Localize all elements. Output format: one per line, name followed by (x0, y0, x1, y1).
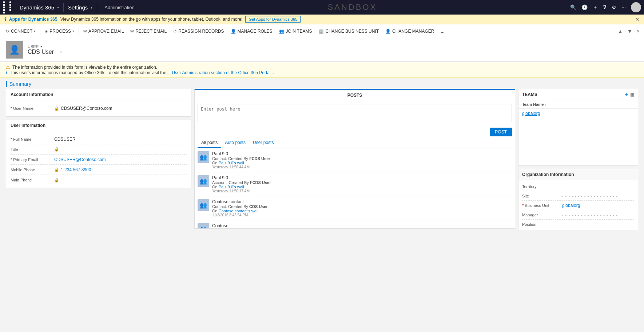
post-avatar-4: 👥 (198, 223, 209, 228)
mobile-phone-value[interactable]: 1 234 567 8900 (61, 167, 187, 172)
manage-roles-button[interactable]: 👤 MANAGE ROLES (228, 27, 275, 35)
change-bu-button[interactable]: 🏢 CHANGE BUSINESS UNIT (315, 27, 382, 35)
section-label: Administration (104, 5, 134, 10)
post-wall-link-2[interactable]: Paul 9.0's wall (219, 185, 244, 189)
main-content: Account Information * User Name 🔒 CDSUSE… (0, 89, 644, 332)
cmd-sep1 (40, 28, 40, 35)
teams-sort-button[interactable]: Team Name ↑ (522, 102, 547, 107)
fullname-field-row: * Full Name CDSUSER (11, 134, 187, 144)
tab-auto-posts[interactable]: Auto posts (221, 138, 249, 148)
post-text-1: Contact: Created By FCDS User (212, 156, 512, 161)
post-avatar-icon-4: 👥 (200, 226, 207, 229)
warn-icon: ⚠ (6, 64, 10, 70)
change-manager-button[interactable]: 👤 CHANGE MANAGER (382, 27, 437, 35)
account-info-header: Account Information (6, 89, 191, 100)
cmd-sep2 (79, 28, 79, 35)
record-entity: USER ▾ (28, 44, 62, 49)
avatar-person-icon: 👤 (9, 45, 20, 55)
teams-col-header: Team Name ↑ (518, 100, 638, 109)
teams-sort-icon: ↑ (545, 102, 547, 107)
left-column: Account Information * User Name 🔒 CDSUSE… (6, 89, 191, 332)
primary-email-value[interactable]: CDSUSER@Contoso.com (54, 157, 187, 162)
user-avatar[interactable] (631, 2, 641, 12)
search-icon[interactable]: 🔍 (570, 4, 576, 10)
scroll-down-icon[interactable]: ▼ (626, 27, 634, 36)
post-author-3: Contoso contact (212, 199, 512, 204)
fullname-value[interactable]: CDSUSER (54, 137, 187, 142)
info-bar: ℹ Apps for Dynamics 365 View Dynamics 36… (0, 15, 644, 24)
join-teams-label: JOIN TEAMS (286, 29, 312, 34)
scroll-up-icon[interactable]: ▲ (616, 27, 624, 36)
post-avatar-icon-1: 👥 (200, 154, 207, 161)
post-button[interactable]: POST (490, 128, 512, 136)
more-icon[interactable]: ··· (621, 4, 626, 10)
summary-title[interactable]: Summary (9, 81, 31, 87)
fullname-label: * Full Name (11, 137, 54, 141)
tab-user-posts[interactable]: User posts (249, 138, 277, 148)
add-icon[interactable]: ＋ (593, 4, 598, 11)
post-item-2: 👥 Paul 9.0 Account: Created By FCDS User… (195, 172, 515, 196)
position-field-row: Position - - - - - - - - - - - - - - - -… (522, 220, 634, 229)
manage-roles-icon: 👤 (231, 29, 236, 34)
filter-icon[interactable]: ⊽ (603, 4, 607, 10)
teams-title: TEAMS (522, 92, 625, 97)
post-wall-1: On Paul 9.0's wall (212, 161, 512, 165)
business-unit-field-row: * Business Unit globalorg (522, 201, 634, 210)
posts-actions: POST (195, 126, 515, 138)
connect-icon: ⟳ (6, 29, 9, 34)
manager-value: - - - - - - - - - - - - - - - - - - (562, 213, 634, 217)
approve-email-button[interactable]: ✉ APPROVE EMAIL (80, 27, 127, 35)
change-bu-label: CHANGE BUSINESS UNIT (325, 29, 379, 34)
mobile-lock-icon: 🔒 (54, 167, 59, 172)
summary-indicator (6, 81, 7, 87)
posts-header: POSTS (195, 90, 515, 101)
post-wall-link-1[interactable]: Paul 9.0's wall (219, 161, 244, 165)
close-infobar-icon[interactable]: ✕ (635, 16, 640, 22)
top-navigation: Dynamics 365 ▾ Settings ▾ Administration… (0, 0, 644, 15)
org-info-card: Organization Information Territory - - -… (518, 169, 638, 231)
record-avatar: 👤 (6, 41, 23, 59)
post-text-3: Contact: Created By CDS User (212, 204, 512, 209)
teams-globalorg-link[interactable]: globalorg (518, 109, 638, 118)
primary-email-field-row: * Primary Email CDSUSER@Contoso.com (11, 155, 187, 165)
manage-roles-label: MANAGE ROLES (238, 29, 273, 34)
account-info-card: Account Information * User Name 🔒 CDSUSE… (6, 89, 191, 117)
record-title-area: USER ▾ CDS User ≡ (28, 44, 62, 55)
gear-icon[interactable]: ⚙ (612, 4, 616, 10)
app-name-chevron[interactable]: ▾ (57, 5, 59, 9)
position-label: Position (522, 222, 562, 227)
collapse-form-icon[interactable]: × (635, 27, 641, 36)
teams-add-icon[interactable]: + (625, 91, 628, 98)
join-teams-button[interactable]: 👥 JOIN TEAMS (276, 27, 315, 35)
post-author-1: Paul 9.0 (212, 151, 512, 156)
process-button[interactable]: ◈ PROCESS ▾ (42, 27, 77, 35)
history-icon[interactable]: 🕐 (581, 4, 588, 10)
teams-grid-view-icon[interactable]: ▦ (630, 92, 634, 97)
reject-label: REJECT EMAIL (135, 29, 167, 34)
settings-chevron[interactable]: ▾ (91, 5, 92, 9)
reject-email-button[interactable]: ✉ REJECT EMAIL (127, 27, 170, 35)
main-phone-label: Main Phone (11, 178, 54, 182)
post-input[interactable] (198, 104, 512, 122)
more-label: ... (441, 29, 444, 34)
office365-link[interactable]: User Administration section of the Offic… (172, 70, 270, 75)
app-grid-button[interactable] (3, 1, 15, 13)
process-label: PROCESS (49, 29, 71, 34)
settings-label[interactable]: Settings (68, 4, 88, 11)
entity-chevron[interactable]: ▾ (40, 45, 42, 48)
connect-button[interactable]: ⟳ CONNECT ▾ (3, 27, 39, 35)
more-commands-button[interactable]: ... (438, 27, 447, 35)
primary-email-label-text: Primary Email (13, 157, 38, 162)
mobile-phone-label-text: Mobile Phone (11, 168, 35, 172)
reassign-records-button[interactable]: ↺ REASSIGN RECORDS (170, 27, 227, 35)
reject-icon: ✉ (130, 29, 134, 34)
post-wall-link-3[interactable]: Contoso contact's wall (219, 209, 258, 213)
record-menu-icon[interactable]: ≡ (60, 49, 62, 55)
post-avatar-icon-2: 👥 (200, 178, 207, 185)
post-item-4: 👥 Contoso Contact: Created ByCDS User (195, 220, 515, 228)
post-text-2: Account: Created By FCDS User (212, 180, 512, 185)
tab-all-posts[interactable]: All posts (198, 138, 221, 148)
username-value[interactable]: CDSUSER@Contoso.com (61, 106, 187, 111)
business-unit-value[interactable]: globalorg (562, 203, 634, 208)
info-bar-cta[interactable]: Get Apps for Dynamics 365 (245, 16, 301, 23)
